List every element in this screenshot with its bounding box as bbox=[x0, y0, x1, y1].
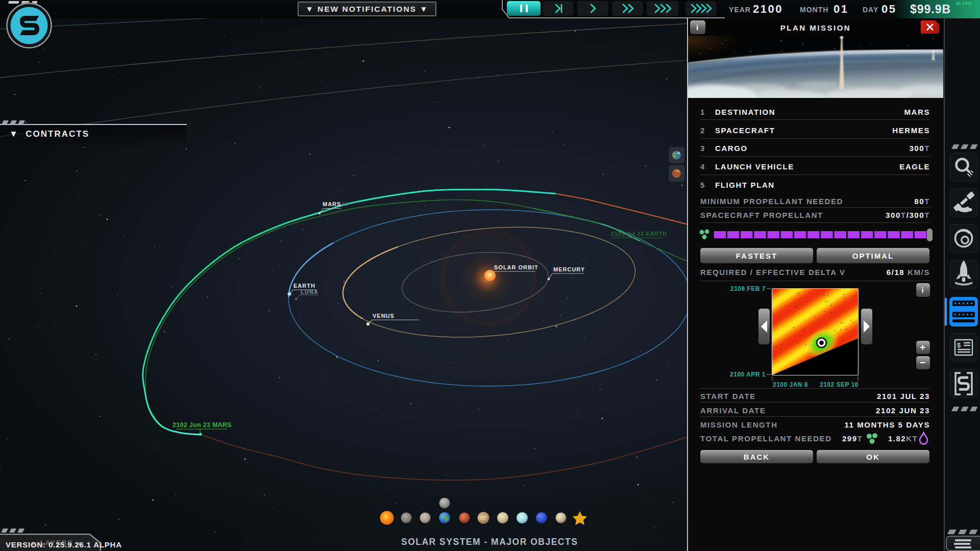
svg-text:2102 Jun 23 MARS: 2102 Jun 23 MARS bbox=[173, 421, 232, 429]
svg-text:2100 APR 1: 2100 APR 1 bbox=[730, 371, 766, 378]
svg-text:05: 05 bbox=[341, 201, 349, 207]
svg-text:EARTH: EARTH bbox=[293, 283, 315, 289]
svg-text:VENUS: VENUS bbox=[373, 313, 395, 319]
svg-text:2106 FEB 7: 2106 FEB 7 bbox=[730, 285, 766, 292]
svg-text:MARS: MARS bbox=[323, 201, 341, 207]
svg-text:MERCURY: MERCURY bbox=[553, 266, 585, 272]
svg-text:LUNA: LUNA bbox=[301, 289, 318, 295]
svg-text:2102 SEP 10: 2102 SEP 10 bbox=[820, 381, 859, 388]
svg-text:SOLAR ORBIT: SOLAR ORBIT bbox=[494, 264, 538, 270]
svg-text:2100 JAN 8: 2100 JAN 8 bbox=[773, 381, 808, 388]
svg-text:2101 Jul 23 EARTH: 2101 Jul 23 EARTH bbox=[611, 231, 667, 237]
svg-text:$: $ bbox=[957, 341, 961, 349]
